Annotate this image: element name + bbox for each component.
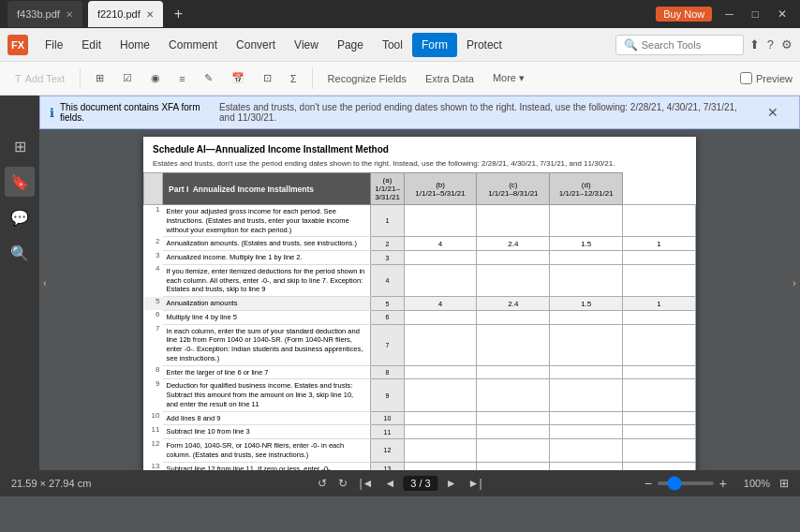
cell-4-b[interactable] [477,264,550,296]
menu-view[interactable]: View [285,33,328,57]
settings-icon[interactable]: ⚙ [781,37,793,52]
cell-10-c[interactable] [550,411,623,425]
cell-9-d[interactable] [623,379,696,411]
toolbar-btn-5[interactable]: ≡ [171,69,192,88]
cell-10-d[interactable] [623,411,696,425]
more-button[interactable]: More ▾ [485,68,532,88]
toolbar-btn-3[interactable]: ☑ [115,68,140,88]
nav-rotate-right[interactable]: ↻ [334,475,351,492]
cell-13-c[interactable] [550,462,623,470]
search-box[interactable]: 🔍 [615,35,744,55]
menu-comment[interactable]: Comment [159,33,227,57]
share-icon[interactable]: ⬆ [749,37,760,52]
cell-13-b[interactable] [477,462,550,470]
extra-data-button[interactable]: Extra Data [418,69,481,88]
help-icon[interactable]: ? [767,37,774,52]
menu-home[interactable]: Home [111,33,159,57]
cell-2-a[interactable]: 4 [404,237,477,251]
cell-1-c[interactable] [550,205,623,237]
cell-2-b[interactable]: 2.4 [477,237,550,251]
toolbar-btn-6[interactable]: ✎ [197,68,220,88]
cell-10-a[interactable] [404,411,477,425]
cell-3-d[interactable] [623,251,696,265]
menu-file[interactable]: File [36,33,72,57]
tab-f2210[interactable]: f2210.pdf ✕ [88,1,163,27]
menu-convert[interactable]: Convert [227,33,285,57]
cell-3-a[interactable] [404,251,477,265]
cell-9-c[interactable] [550,379,623,411]
cell-12-d[interactable] [623,439,696,463]
cell-9-a[interactable] [404,379,477,411]
fit-page-button[interactable]: ⊞ [779,477,789,490]
tab-active-close-icon[interactable]: ✕ [146,9,154,20]
toolbar-btn-4[interactable]: ◉ [143,68,168,88]
cell-13-a[interactable] [404,462,477,470]
tab-close-icon[interactable]: ✕ [66,9,73,20]
toolbar-btn-2[interactable]: ⊞ [88,68,111,88]
cell-5-d[interactable]: 1 [623,297,696,311]
cell-9-b[interactable] [477,379,550,411]
zoom-slider[interactable] [658,481,714,485]
cell-11-b[interactable] [477,425,550,439]
cell-6-c[interactable] [550,310,623,324]
search-input[interactable] [642,39,735,51]
nav-last-button[interactable]: ►| [465,475,486,492]
sidebar-search-icon[interactable]: 🔍 [5,238,35,268]
notify-close-button[interactable]: ✕ [756,100,790,125]
cell-11-c[interactable] [550,425,623,439]
cell-5-a[interactable]: 4 [404,297,477,311]
preview-checkbox[interactable] [740,72,752,84]
menu-edit[interactable]: Edit [72,33,111,57]
cell-8-d[interactable] [623,365,696,379]
toolbar-btn-7[interactable]: 📅 [224,68,252,88]
nav-prev-button[interactable]: ◄ [380,475,399,492]
cell-7-d[interactable] [623,324,696,365]
cell-1-b[interactable] [477,205,550,237]
cell-5-b[interactable]: 2.4 [477,297,550,311]
minimize-button[interactable]: ─ [719,6,739,22]
cell-3-c[interactable] [550,251,623,265]
sidebar-bookmarks-icon[interactable]: 🔖 [5,167,35,197]
cell-11-a[interactable] [404,425,477,439]
recognize-fields-button[interactable]: Recognize Fields [320,69,414,88]
cell-8-b[interactable] [477,365,550,379]
cell-13-d[interactable] [623,462,696,470]
cell-2-d[interactable]: 1 [623,237,696,251]
menu-page[interactable]: Page [328,33,373,57]
buy-now-button[interactable]: Buy Now [656,7,712,22]
menu-protect[interactable]: Protect [457,33,511,57]
cell-1-d[interactable] [623,205,696,237]
cell-4-a[interactable] [404,264,477,296]
new-tab-button[interactable]: + [169,4,188,24]
cell-12-c[interactable] [550,439,623,463]
right-panel-toggle[interactable]: › [789,269,800,297]
menu-form[interactable]: Form [412,33,457,57]
cell-12-b[interactable] [477,439,550,463]
cell-8-a[interactable] [404,365,477,379]
pdf-area[interactable]: Schedule AI—Annualized Income Installmen… [39,122,800,470]
tab-f433b[interactable]: f433b.pdf ✕ [7,1,82,27]
cell-6-b[interactable] [477,310,550,324]
nav-next-button[interactable]: ► [442,475,461,492]
cell-3-b[interactable] [477,251,550,265]
cell-2-c[interactable]: 1.5 [550,237,623,251]
menu-tool[interactable]: Tool [373,33,412,57]
cell-12-a[interactable] [404,439,477,463]
nav-first-button[interactable]: |◄ [355,475,377,492]
toolbar-btn-9[interactable]: Σ [283,69,304,88]
close-button[interactable]: ✕ [772,6,793,22]
cell-11-d[interactable] [623,425,696,439]
sidebar-pages-icon[interactable]: ⊞ [5,131,35,161]
nav-rotate-left[interactable]: ↺ [314,475,331,492]
cell-8-c[interactable] [550,365,623,379]
cell-7-b[interactable] [477,324,550,365]
cell-10-b[interactable] [477,411,550,425]
add-text-button[interactable]: T Add Text [7,69,72,88]
cell-6-d[interactable] [623,310,696,324]
maximize-button[interactable]: □ [747,6,764,22]
cell-5-c[interactable]: 1.5 [550,297,623,311]
cell-7-c[interactable] [550,324,623,365]
zoom-in-button[interactable]: + [719,476,727,491]
sidebar-comments-icon[interactable]: 💬 [5,202,35,232]
cell-6-a[interactable] [404,310,477,324]
